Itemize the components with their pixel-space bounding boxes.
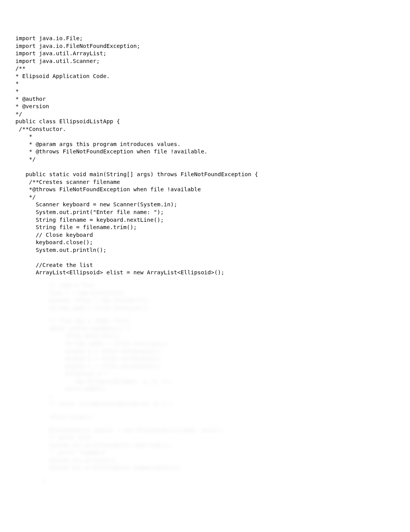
obscured-code-chunk: sfile.close();: [42, 414, 395, 422]
obscured-code-chunk: }: [42, 478, 395, 485]
code-listing: import java.io.File; import java.io.File…: [15, 35, 395, 277]
obscured-code-chunk: // file has a label first while (sfile.h…: [42, 318, 395, 408]
obscured-code-chunk: EllipsoidList eglist = new EllipsoidList…: [42, 427, 395, 472]
obscured-code-chunk: // read a file File f = new File(file); …: [42, 282, 395, 312]
obscured-code-region: // read a file File f = new File(file); …: [42, 282, 395, 485]
document-page: import java.io.File; import java.io.File…: [0, 0, 410, 532]
